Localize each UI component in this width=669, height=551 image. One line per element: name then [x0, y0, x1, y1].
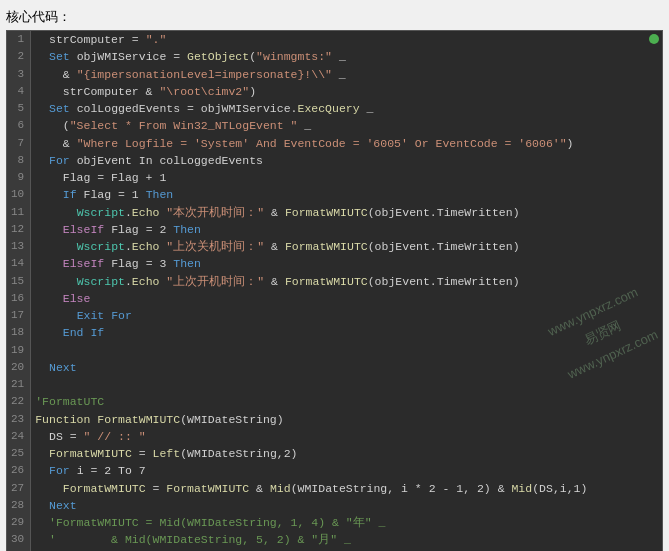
table-row: 23Function FormatWMIUTC(WMIDateString) [7, 411, 662, 428]
line-code: 'FormatWMIUTC = Mid(WMIDateString, 1, 4)… [31, 514, 662, 531]
table-row: 22'FormatUTC [7, 393, 662, 410]
line-number: 20 [7, 359, 31, 376]
line-code: DS = " // :: " [31, 428, 662, 445]
table-row: 13 Wscript.Echo "上次关机时间：" & FormatWMIUTC… [7, 238, 662, 255]
table-row: 20 Next [7, 359, 662, 376]
line-code: For objEvent In colLoggedEvents [31, 152, 662, 169]
line-code: End If [31, 324, 662, 341]
line-code: ' & Mid(WMIDateString, 5, 2) & "月" _ [31, 531, 662, 548]
table-row: 4 strComputer & "\root\cimv2") [7, 83, 662, 100]
page-container: 核心代码： www.ynpxrz.com 易贤网 www.ynpxrz.com … [0, 0, 669, 551]
line-code: ElseIf Flag = 2 Then [31, 221, 662, 238]
line-code: strComputer = "." [31, 31, 662, 48]
line-code [31, 342, 662, 359]
line-code: Else [31, 290, 662, 307]
table-row: 24 DS = " // :: " [7, 428, 662, 445]
line-number: 19 [7, 342, 31, 359]
line-number: 29 [7, 514, 31, 531]
line-number: 12 [7, 221, 31, 238]
line-number: 10 [7, 186, 31, 203]
line-number: 16 [7, 290, 31, 307]
line-number: 26 [7, 462, 31, 479]
line-number: 25 [7, 445, 31, 462]
line-code: ElseIf Flag = 3 Then [31, 255, 662, 272]
line-code: FormatWMIUTC = Left(WMIDateString,2) [31, 445, 662, 462]
table-row: 14 ElseIf Flag = 3 Then [7, 255, 662, 272]
line-number: 13 [7, 238, 31, 255]
table-row: 19 [7, 342, 662, 359]
table-row: 15 Wscript.Echo "上次开机时间：" & FormatWMIUTC… [7, 273, 662, 290]
line-number: 9 [7, 169, 31, 186]
line-code: Next [31, 359, 662, 376]
table-row: 26 For i = 2 To 7 [7, 462, 662, 479]
table-row: 11 Wscript.Echo "本次开机时间：" & FormatWMIUTC… [7, 204, 662, 221]
line-code: Next [31, 497, 662, 514]
table-row: 28 Next [7, 497, 662, 514]
line-code: Wscript.Echo "上次开机时间：" & FormatWMIUTC(ob… [31, 273, 662, 290]
table-row: 10 If Flag = 1 Then [7, 186, 662, 203]
line-number: 14 [7, 255, 31, 272]
line-number: 27 [7, 480, 31, 497]
line-number: 1 [7, 31, 31, 48]
line-code: For i = 2 To 7 [31, 462, 662, 479]
line-code: If Flag = 1 Then [31, 186, 662, 203]
line-code: Function FormatWMIUTC(WMIDateString) [31, 411, 662, 428]
code-table: 1 strComputer = "."2 Set objWMIService =… [7, 31, 662, 551]
line-number: 28 [7, 497, 31, 514]
line-number: 24 [7, 428, 31, 445]
line-code: 'FormatUTC [31, 393, 662, 410]
line-number: 2 [7, 48, 31, 65]
table-row: 18 End If [7, 324, 662, 341]
table-row: 3 & "{impersonationLevel=impersonate}!\\… [7, 66, 662, 83]
line-number: 18 [7, 324, 31, 341]
table-row: 17 Exit For [7, 307, 662, 324]
table-row: 8 For objEvent In colLoggedEvents [7, 152, 662, 169]
line-code: Set objWMIService = GetObject("winmgmts:… [31, 48, 662, 65]
table-row: 5 Set colLoggedEvents = objWMIService.Ex… [7, 100, 662, 117]
line-number: 11 [7, 204, 31, 221]
line-number: 15 [7, 273, 31, 290]
line-number: 3 [7, 66, 31, 83]
table-row: 16 Else [7, 290, 662, 307]
line-code: Set colLoggedEvents = objWMIService.Exec… [31, 100, 662, 117]
line-code: Exit For [31, 307, 662, 324]
table-row: 25 FormatWMIUTC = Left(WMIDateString,2) [7, 445, 662, 462]
table-row: 9 Flag = Flag + 1 [7, 169, 662, 186]
line-code [31, 376, 662, 393]
line-number: 5 [7, 100, 31, 117]
table-row: 27 FormatWMIUTC = FormatWMIUTC & Mid(WMI… [7, 480, 662, 497]
line-code: FormatWMIUTC = FormatWMIUTC & Mid(WMIDat… [31, 480, 662, 497]
table-row: 29 'FormatWMIUTC = Mid(WMIDateString, 1,… [7, 514, 662, 531]
table-row: 1 strComputer = "." [7, 31, 662, 48]
line-number: 17 [7, 307, 31, 324]
table-row: 21 [7, 376, 662, 393]
line-code: Flag = Flag + 1 [31, 169, 662, 186]
green-dot-indicator [649, 34, 659, 44]
line-code: & "{impersonationLevel=impersonate}!\\" … [31, 66, 662, 83]
table-row: 12 ElseIf Flag = 2 Then [7, 221, 662, 238]
line-number: 21 [7, 376, 31, 393]
table-row: 2 Set objWMIService = GetObject("winmgmt… [7, 48, 662, 65]
line-code: ("Select * From Win32_NTLogEvent " _ [31, 117, 662, 134]
line-number: 30 [7, 531, 31, 548]
line-number: 22 [7, 393, 31, 410]
line-code: strComputer & "\root\cimv2") [31, 83, 662, 100]
section-title: 核心代码： [6, 8, 663, 26]
table-row: 30 ' & Mid(WMIDateString, 5, 2) & "月" _ [7, 531, 662, 548]
line-number: 6 [7, 117, 31, 134]
table-row: 6 ("Select * From Win32_NTLogEvent " _ [7, 117, 662, 134]
line-number: 7 [7, 135, 31, 152]
line-code: Wscript.Echo "本次开机时间：" & FormatWMIUTC(ob… [31, 204, 662, 221]
line-number: 23 [7, 411, 31, 428]
line-number: 8 [7, 152, 31, 169]
table-row: 7 & "Where Logfile = 'System' And EventC… [7, 135, 662, 152]
code-area: www.ynpxrz.com 易贤网 www.ynpxrz.com 1 strC… [6, 30, 663, 551]
line-code: Wscript.Echo "上次关机时间：" & FormatWMIUTC(ob… [31, 238, 662, 255]
line-number: 4 [7, 83, 31, 100]
line-code: & "Where Logfile = 'System' And EventCod… [31, 135, 662, 152]
